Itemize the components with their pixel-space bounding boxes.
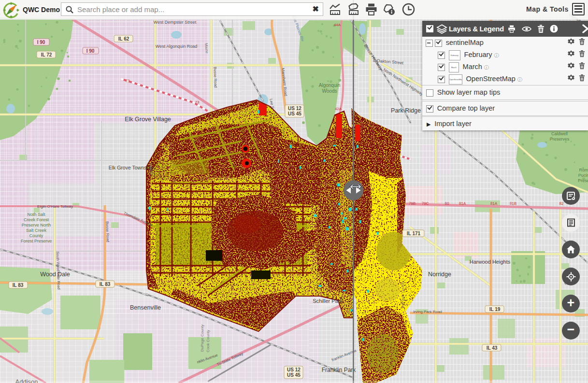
svg-text:Norridge: Norridge [428,271,451,278]
svg-text:US 12: US 12 [288,106,301,111]
svg-text:Busse Road: Busse Road [213,67,218,88]
svg-text:IL 43: IL 43 [487,345,498,351]
svg-text:81B: 81B [510,201,517,206]
svg-text:County: County [29,233,43,238]
svg-text:44A: 44A [334,23,341,27]
svg-text:Bensenville: Bensenville [130,304,161,311]
svg-text:IL 83: IL 83 [13,283,24,288]
svg-text:IL 83: IL 83 [100,282,111,287]
svg-text:73: 73 [126,79,130,83]
svg-text:DuPage County: DuPage County [401,281,405,308]
svg-text:Preserves: Preserves [550,137,570,142]
svg-text:Franklin Park: Franklin Park [322,367,357,373]
svg-text:IL 62: IL 62 [118,36,129,42]
svg-text:Pucin: Pucin [578,173,588,178]
svg-text:West Dempster Street: West Dempster Street [154,20,197,25]
svg-text:Rom: Rom [579,168,588,172]
svg-text:I 90: I 90 [86,48,95,54]
svg-text:81A: 81A [459,201,466,206]
svg-text:US 45: US 45 [287,372,301,378]
svg-text:Creek Forest: Creek Forest [24,217,49,222]
svg-text:IL 72: IL 72 [41,52,52,57]
svg-text:82: 82 [559,201,564,206]
svg-text:Busse Road: Busse Road [105,221,110,242]
svg-text:US 45: US 45 [288,111,301,116]
svg-text:Irving Park Road: Irving Park Road [413,310,442,314]
svg-text:81A: 81A [490,201,498,206]
svg-text:Prese: Prese [578,178,588,183]
svg-text:Elgin-O'Hare Tollway: Elgin-O'Hare Tollway [37,204,73,209]
svg-text:DuPage County: DuPage County [200,325,204,352]
svg-text:West Algonquin Road: West Algonquin Road [156,44,197,49]
svg-text:US 12: US 12 [287,367,301,372]
svg-text:Schiller Park: Schiller Park [313,298,343,304]
svg-text:Forest Preserve: Forest Preserve [21,239,52,243]
svg-text:79C: 79C [422,201,429,206]
svg-text:80: 80 [445,201,449,206]
svg-text:Elk Grove Township: Elk Grove Township [109,165,154,170]
svg-text:42A: 42A [335,107,342,111]
svg-text:Elk Grove Village: Elk Grove Village [125,116,171,123]
svg-text:Wood Dale: Wood Dale [40,271,70,278]
svg-text:IL 19: IL 19 [489,307,501,312]
svg-text:Salt Creek: Salt Creek [26,228,47,233]
svg-text:79B: 79B [409,201,416,206]
svg-text:I 90: I 90 [37,40,45,45]
svg-text:Harwood Heights: Harwood Heights [470,259,511,265]
svg-text:Noth Salt: Noth Salt [27,212,45,217]
svg-text:Woods: Woods [322,88,337,94]
svg-text:Caldwell: Caldwell [551,131,568,136]
svg-text:IL 171: IL 171 [407,231,421,236]
svg-text:Park Ridge: Park Ridge [391,107,421,114]
svg-text:73: 73 [195,100,200,104]
svg-text:Algonquin: Algonquin [319,83,340,88]
svg-text:Cook County: Cook County [206,330,210,352]
svg-text:Preserve North: Preserve North [22,223,51,227]
